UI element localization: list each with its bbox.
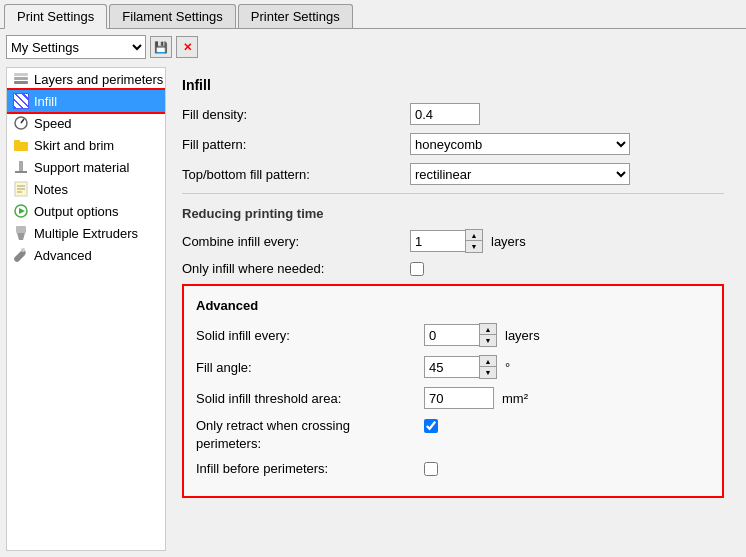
extruder-icon xyxy=(13,225,29,241)
sidebar: Layers and perimeters Infill xyxy=(6,67,166,551)
combine-unit: layers xyxy=(491,234,526,249)
right-panel: Infill Fill density: Fill pattern: honey… xyxy=(166,67,740,551)
retract-checkbox[interactable] xyxy=(424,419,438,433)
fill-angle-spinner-buttons: ▲ ▼ xyxy=(479,355,497,379)
sidebar-label-output: Output options xyxy=(34,204,119,219)
sidebar-item-output-options[interactable]: Output options xyxy=(7,200,165,222)
sidebar-label-support: Support material xyxy=(34,160,129,175)
svg-point-17 xyxy=(21,248,25,252)
fill-angle-up-button[interactable]: ▲ xyxy=(480,356,496,367)
sidebar-item-support-material[interactable]: Support material xyxy=(7,156,165,178)
solid-infill-label: Solid infill every: xyxy=(196,328,416,343)
fill-pattern-select[interactable]: honeycomb rectilinear line concentric xyxy=(410,133,630,155)
main-window: Print Settings Filament Settings Printer… xyxy=(0,0,746,557)
layers-icon xyxy=(13,71,29,87)
fill-angle-input[interactable] xyxy=(424,356,479,378)
preset-select[interactable]: My Settings xyxy=(6,35,146,59)
infill-icon xyxy=(13,93,29,109)
solid-infill-unit: layers xyxy=(505,328,540,343)
solid-infill-input[interactable] xyxy=(424,324,479,346)
sidebar-item-infill[interactable]: Infill xyxy=(7,90,165,112)
solid-infill-spinner-buttons: ▲ ▼ xyxy=(479,323,497,347)
section-title: Infill xyxy=(182,77,724,93)
speed-icon xyxy=(13,115,29,131)
fill-angle-unit: ° xyxy=(505,360,510,375)
svg-line-4 xyxy=(21,119,24,123)
svg-rect-1 xyxy=(14,77,28,80)
panels: Layers and perimeters Infill xyxy=(6,67,740,551)
infill-before-checkbox[interactable] xyxy=(424,462,438,476)
fill-density-row: Fill density: xyxy=(182,103,724,125)
solid-infill-up-button[interactable]: ▲ xyxy=(480,324,496,335)
solid-infill-spinner: ▲ ▼ xyxy=(424,323,497,347)
tab-printer-settings[interactable]: Printer Settings xyxy=(238,4,353,28)
preset-row: My Settings 💾 ✕ xyxy=(6,35,740,59)
svg-rect-15 xyxy=(16,226,26,233)
fill-angle-row: Fill angle: ▲ ▼ ° xyxy=(196,355,710,379)
support-icon xyxy=(13,159,29,175)
infill-before-row: Infill before perimeters: xyxy=(196,461,710,476)
divider-1 xyxy=(182,193,724,194)
fill-angle-label: Fill angle: xyxy=(196,360,416,375)
fill-angle-spinner: ▲ ▼ xyxy=(424,355,497,379)
tab-print-settings[interactable]: Print Settings xyxy=(4,4,107,29)
sidebar-label-speed: Speed xyxy=(34,116,72,131)
sidebar-item-speed[interactable]: Speed xyxy=(7,112,165,134)
svg-rect-0 xyxy=(14,81,28,84)
fill-angle-down-button[interactable]: ▼ xyxy=(480,367,496,378)
sidebar-label-layers: Layers and perimeters xyxy=(34,72,163,87)
fill-density-input[interactable] xyxy=(410,103,480,125)
only-infill-row: Only infill where needed: xyxy=(182,261,724,276)
sidebar-item-layers-and-perimeters[interactable]: Layers and perimeters xyxy=(7,68,165,90)
combine-spinner: ▲ ▼ xyxy=(410,229,483,253)
sidebar-item-notes[interactable]: Notes xyxy=(7,178,165,200)
only-infill-label: Only infill where needed: xyxy=(182,261,402,276)
top-bottom-label: Top/bottom fill pattern: xyxy=(182,167,402,182)
retract-label: Only retract when crossing perimeters: xyxy=(196,417,416,453)
threshold-row: Solid infill threshold area: mm² xyxy=(196,387,710,409)
top-bottom-row: Top/bottom fill pattern: rectilinear con… xyxy=(182,163,724,185)
solid-infill-down-button[interactable]: ▼ xyxy=(480,335,496,346)
sidebar-item-multiple-extruders[interactable]: Multiple Extruders xyxy=(7,222,165,244)
threshold-input[interactable] xyxy=(424,387,494,409)
sidebar-label-extruders: Multiple Extruders xyxy=(34,226,138,241)
threshold-unit: mm² xyxy=(502,391,528,406)
note-icon xyxy=(13,181,29,197)
combine-spinner-buttons: ▲ ▼ xyxy=(465,229,483,253)
sidebar-label-notes: Notes xyxy=(34,182,68,197)
sidebar-label-skirt: Skirt and brim xyxy=(34,138,114,153)
combine-label: Combine infill every: xyxy=(182,234,402,249)
svg-rect-2 xyxy=(14,73,28,76)
sidebar-label-infill: Infill xyxy=(34,94,57,109)
reducing-section-title: Reducing printing time xyxy=(182,206,724,221)
threshold-label: Solid infill threshold area: xyxy=(196,391,416,406)
only-infill-checkbox[interactable] xyxy=(410,262,424,276)
output-icon xyxy=(13,203,29,219)
delete-icon: ✕ xyxy=(183,41,192,54)
sidebar-item-skirt-and-brim[interactable]: Skirt and brim xyxy=(7,134,165,156)
svg-rect-7 xyxy=(19,161,23,171)
svg-marker-14 xyxy=(19,208,25,214)
combine-down-button[interactable]: ▼ xyxy=(466,241,482,252)
retract-row: Only retract when crossing perimeters: xyxy=(196,417,710,453)
combine-up-button[interactable]: ▲ xyxy=(466,230,482,241)
combine-infill-row: Combine infill every: ▲ ▼ layers xyxy=(182,229,724,253)
fill-density-label: Fill density: xyxy=(182,107,402,122)
delete-button[interactable]: ✕ xyxy=(176,36,198,58)
tab-bar: Print Settings Filament Settings Printer… xyxy=(0,0,746,29)
combine-input[interactable] xyxy=(410,230,465,252)
svg-marker-16 xyxy=(17,233,25,240)
save-button[interactable]: 💾 xyxy=(150,36,172,58)
svg-rect-5 xyxy=(14,142,28,151)
save-icon: 💾 xyxy=(154,41,168,54)
top-bottom-select[interactable]: rectilinear concentric xyxy=(410,163,630,185)
sidebar-item-advanced[interactable]: Advanced xyxy=(7,244,165,266)
wrench-icon xyxy=(13,247,29,263)
tab-filament-settings[interactable]: Filament Settings xyxy=(109,4,235,28)
main-content: My Settings 💾 ✕ xyxy=(0,29,746,557)
fill-pattern-row: Fill pattern: honeycomb rectilinear line… xyxy=(182,133,724,155)
sidebar-label-advanced: Advanced xyxy=(34,248,92,263)
advanced-box-title: Advanced xyxy=(196,298,710,313)
infill-before-label: Infill before perimeters: xyxy=(196,461,416,476)
folder-icon xyxy=(13,137,29,153)
